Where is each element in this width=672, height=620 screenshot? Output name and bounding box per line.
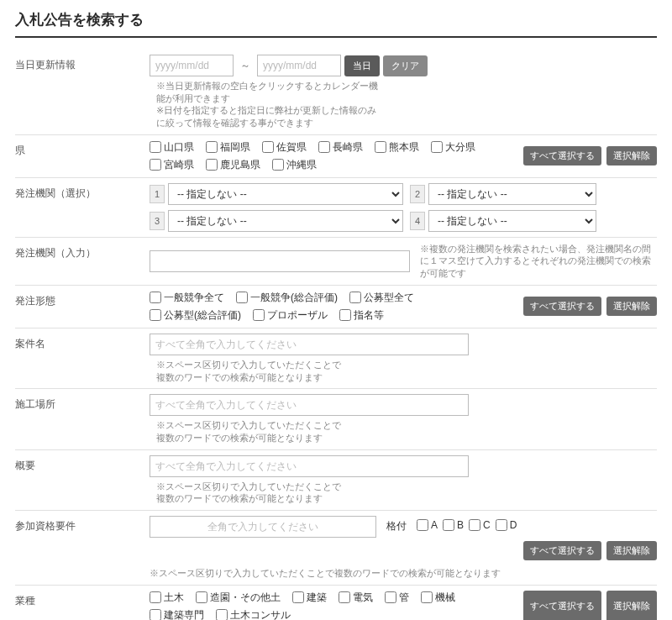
industry-check-2[interactable]: 建築 xyxy=(292,591,327,605)
row-place: 施工場所 ※スペース区切りで入力していただくことで複数のワードでの検索が可能とな… xyxy=(15,389,657,449)
clear-date-button[interactable]: クリア xyxy=(383,55,428,76)
row-industry: 業種 土木造園・その他土建築電気管機械建築専門土木コンサル すべて選択する 選択… xyxy=(15,586,657,620)
row-qualification: 参加資格要件 格付 ABCD すべて選択する 選択解除 ※スペース区切りで入力し… xyxy=(15,511,657,586)
row-summary: 概要 ※スペース区切りで入力していただくことで複数のワードでの検索が可能となりま… xyxy=(15,450,657,511)
label-org-select: 発注機関（選択） xyxy=(15,183,150,201)
label-update: 当日更新情報 xyxy=(15,55,150,72)
industry-check-5[interactable]: 機械 xyxy=(421,591,455,605)
pref-check-4[interactable]: 熊本県 xyxy=(375,140,419,155)
industry-check-3[interactable]: 電気 xyxy=(339,591,373,605)
grade-select-all[interactable]: すべて選択する xyxy=(523,541,601,560)
formtype-check-4[interactable]: プロポーザル xyxy=(253,308,328,323)
grade-check-2[interactable]: C xyxy=(469,519,491,531)
qual-input[interactable] xyxy=(150,516,376,538)
update-to-input[interactable] xyxy=(257,55,341,76)
industry-deselect[interactable]: 選択解除 xyxy=(606,591,657,620)
place-input[interactable] xyxy=(150,394,469,416)
formtype-check-0[interactable]: 一般競争全て xyxy=(150,291,224,305)
formtype-select-all[interactable]: すべて選択する xyxy=(523,297,601,316)
label-form-type: 発注形態 xyxy=(15,291,150,308)
prefecture-checks: 山口県福岡県佐賀県長崎県熊本県大分県宮崎県鹿児島県沖縄県 xyxy=(150,140,520,172)
pref-deselect-button[interactable]: 選択解除 xyxy=(606,146,657,166)
formtype-check-2[interactable]: 公募型全て xyxy=(349,291,414,305)
grade-check-1[interactable]: B xyxy=(443,519,464,531)
update-hint: ※当日更新情報の空白をクリックするとカレンダー機能が利用できます ※日付を指定す… xyxy=(156,80,383,129)
org-input-hint: ※複数の発注機関を検索されたい場合、発注機関名の間に１マス空けて入力するとそれぞ… xyxy=(420,243,655,280)
pref-check-2[interactable]: 佐賀県 xyxy=(262,140,307,155)
row-org-input: 発注機関（入力） ※複数の発注機関を検索されたい場合、発注機関名の間に１マス空け… xyxy=(15,238,657,286)
org-text-input[interactable] xyxy=(150,250,410,272)
grade-deselect[interactable]: 選択解除 xyxy=(606,541,657,560)
pref-check-1[interactable]: 福岡県 xyxy=(206,140,250,155)
project-name-input[interactable] xyxy=(150,334,469,355)
today-button[interactable]: 当日 xyxy=(344,55,380,76)
pref-check-0[interactable]: 山口県 xyxy=(150,140,194,155)
update-from-input[interactable] xyxy=(150,55,234,76)
row-org-select: 発注機関（選択） 1-- 指定しない -- 2-- 指定しない -- 3-- 指… xyxy=(15,178,657,238)
formtype-check-3[interactable]: 公募型(総合評価) xyxy=(150,308,241,323)
org-select-1[interactable]: -- 指定しない -- xyxy=(168,183,403,205)
org-select-2[interactable]: -- 指定しない -- xyxy=(428,183,596,205)
pref-check-5[interactable]: 大分県 xyxy=(431,140,475,155)
org-select-3[interactable]: -- 指定しない -- xyxy=(168,210,403,232)
row-update-date: 当日更新情報 ～ 当日 クリア ※当日更新情報の空白をクリックするとカレンダー機… xyxy=(15,50,657,135)
industry-check-4[interactable]: 管 xyxy=(385,591,409,605)
pref-check-3[interactable]: 長崎県 xyxy=(318,140,363,155)
industry-check-1[interactable]: 造園・その他土 xyxy=(196,591,281,605)
page-title: 入札公告を検索する xyxy=(15,10,657,38)
industry-select-all[interactable]: すべて選択する xyxy=(523,591,601,620)
industry-check-7[interactable]: 土木コンサル xyxy=(216,608,291,620)
row-form-type: 発注形態 一般競争全て一般競争(総合評価)公募型全て公募型(総合評価)プロポーザ… xyxy=(15,286,657,328)
grade-check-3[interactable]: D xyxy=(496,519,517,531)
formtype-deselect[interactable]: 選択解除 xyxy=(606,297,657,316)
industry-check-6[interactable]: 建築専門 xyxy=(150,608,204,620)
row-prefecture: 県 山口県福岡県佐賀県長崎県熊本県大分県宮崎県鹿児島県沖縄県 すべて選択する 選… xyxy=(15,135,657,178)
formtype-check-1[interactable]: 一般競争(総合評価) xyxy=(236,291,338,305)
pref-select-all-button[interactable]: すべて選択する xyxy=(523,146,601,166)
industry-check-0[interactable]: 土木 xyxy=(150,591,184,605)
pref-check-6[interactable]: 宮崎県 xyxy=(150,158,194,172)
org-select-4[interactable]: -- 指定しない -- xyxy=(428,210,596,232)
formtype-check-5[interactable]: 指名等 xyxy=(339,308,384,323)
row-project-name: 案件名 ※スペース区切りで入力していただくことで複数のワードでの検索が可能となり… xyxy=(15,328,657,389)
pref-check-8[interactable]: 沖縄県 xyxy=(272,158,317,172)
label-prefecture: 県 xyxy=(15,140,150,158)
grade-check-0[interactable]: A xyxy=(417,519,438,531)
pref-check-7[interactable]: 鹿児島県 xyxy=(206,158,260,172)
label-org-input: 発注機関（入力） xyxy=(15,243,150,260)
summary-input[interactable] xyxy=(150,455,469,477)
